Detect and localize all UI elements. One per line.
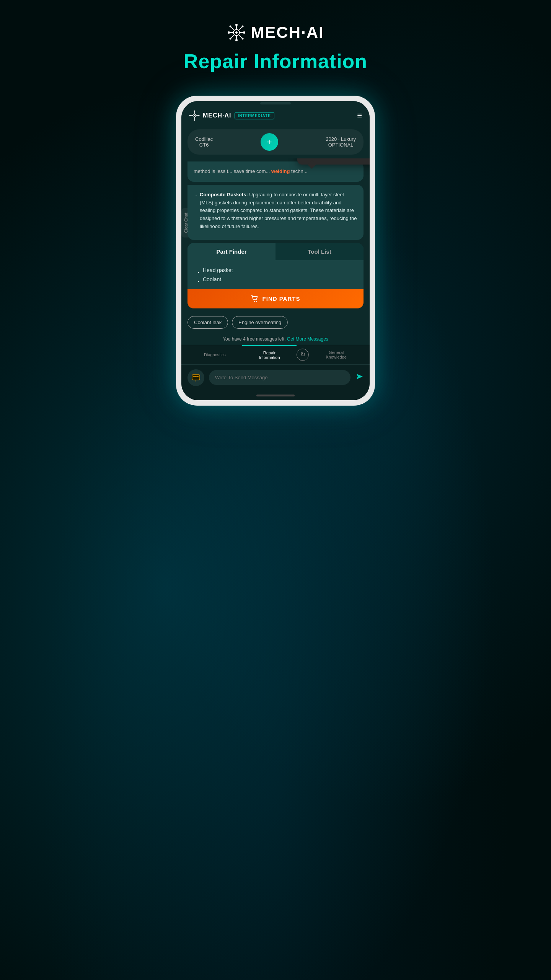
vehicle-year-trim: 2020 · Luxury OPTIONAL — [326, 136, 356, 148]
svg-point-6 — [235, 24, 238, 26]
obd-icon-button[interactable] — [187, 369, 204, 386]
home-pill — [256, 395, 295, 396]
send-icon — [355, 372, 364, 381]
svg-rect-32 — [195, 376, 197, 377]
svg-point-28 — [254, 301, 255, 302]
svg-point-29 — [256, 301, 257, 302]
part-item-coolant: Coolant — [195, 275, 356, 284]
free-messages-bar: You have 4 free messages left. Get More … — [181, 333, 370, 345]
svg-point-25 — [194, 120, 195, 121]
send-button[interactable] — [355, 372, 364, 383]
hamburger-icon[interactable]: ≡ — [357, 111, 362, 120]
brand-logo: MECH·AI — [227, 23, 324, 42]
svg-point-27 — [199, 115, 200, 116]
svg-point-14 — [230, 26, 231, 28]
svg-point-24 — [194, 111, 195, 112]
mechai-brand-icon — [227, 23, 246, 42]
tab-tool-list[interactable]: Tool List — [276, 243, 364, 260]
vehicle-make-model: Codillac CT6 — [195, 136, 213, 148]
chat-bubble-with-tooltip: method is less t... save time com... wel… — [187, 161, 364, 182]
app-logo-text: MECH·AI — [203, 112, 231, 119]
app-logo: MECH·AI INTERMEDIATE — [189, 110, 274, 121]
message-input-field[interactable] — [209, 370, 350, 385]
phone-mockup: MECH·AI INTERMEDIATE ≡ Codillac CT6 + 20… — [176, 96, 375, 406]
part-finder-card: Part Finder Tool List Head gasket Coolan… — [187, 243, 364, 308]
svg-point-26 — [189, 115, 191, 116]
svg-rect-33 — [197, 376, 199, 377]
get-more-messages-link[interactable]: Get More Messages — [287, 336, 328, 342]
svg-point-17 — [230, 38, 231, 40]
chip-coolant-leak[interactable]: Coolant leak — [187, 316, 228, 329]
chip-engine-overheating[interactable]: Engine overheating — [232, 316, 288, 329]
find-parts-button[interactable]: FIND PARTS — [187, 289, 364, 308]
bottom-nav: Diagnostics RepairInformation ↻ GeneralK… — [181, 345, 370, 364]
nav-item-diagnostics[interactable]: Diagnostics — [187, 348, 242, 362]
svg-point-7 — [235, 39, 238, 41]
message-input-bar — [181, 364, 370, 391]
home-indicator — [181, 391, 370, 400]
part-item-head-gasket: Head gasket — [195, 266, 356, 275]
add-vehicle-button[interactable]: + — [261, 133, 278, 151]
brand-name: MECH·AI — [251, 23, 324, 42]
chat-content: method is less t... save time com... wel… — [181, 158, 370, 311]
app-logo-icon — [189, 110, 200, 121]
nav-item-repair-information[interactable]: RepairInformation — [242, 345, 297, 364]
svg-point-16 — [242, 26, 244, 28]
nav-item-general-knowledge[interactable]: GeneralKnowledge — [309, 346, 364, 364]
composite-heading: Composite — [200, 192, 225, 197]
page-title: Repair Information — [184, 50, 367, 73]
tab-part-finder[interactable]: Part Finder — [187, 243, 276, 260]
top-branding: MECH·AI Repair Information — [184, 23, 367, 73]
badge-intermediate: INTERMEDIATE — [235, 112, 274, 119]
suggestion-chips: Coolant leak Engine overheating — [181, 311, 370, 333]
part-finder-tabs: Part Finder Tool List — [187, 243, 364, 260]
svg-rect-31 — [193, 376, 195, 377]
svg-point-1 — [235, 31, 238, 34]
app-header: MECH·AI INTERMEDIATE ≡ — [181, 106, 370, 126]
svg-point-19 — [194, 115, 195, 116]
svg-point-15 — [242, 38, 244, 40]
chat-bubble-composite: Composite Gaskets: Upgrading to composit… — [187, 185, 364, 240]
svg-point-9 — [243, 31, 245, 34]
vehicle-selector[interactable]: Codillac CT6 + 2020 · Luxury OPTIONAL — [187, 129, 364, 155]
obd-icon — [191, 372, 201, 383]
blown-head-gasket-tooltip: Blown Head Gasket — [297, 158, 370, 165]
refresh-button[interactable]: ↻ — [297, 349, 309, 361]
part-finder-content: Head gasket Coolant — [187, 260, 364, 289]
phone-notch — [181, 101, 370, 106]
svg-point-8 — [228, 31, 230, 34]
cart-icon — [251, 295, 259, 302]
